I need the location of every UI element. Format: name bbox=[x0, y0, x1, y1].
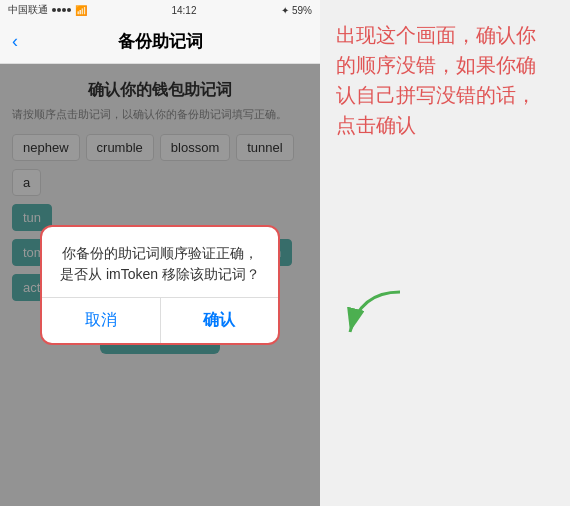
status-left: 中国联通 📶 bbox=[8, 3, 87, 17]
dialog-cancel-button[interactable]: 取消 bbox=[42, 298, 161, 343]
signal-dots bbox=[52, 8, 71, 12]
bluetooth-icon: ✦ bbox=[281, 5, 289, 16]
main-content: 确认你的钱包助记词 请按顺序点击助记词，以确认你的备份助记词填写正确。 neph… bbox=[0, 64, 320, 506]
annotation-text: 出现这个画面，确认你的顺序没错，如果你确认自己拼写没错的话，点击确认 bbox=[336, 20, 554, 140]
dialog-actions: 取消 确认 bbox=[42, 297, 278, 343]
status-right: ✦ 59% bbox=[281, 5, 312, 16]
confirm-dialog: 你备份的助记词顺序验证正确，是否从 imToken 移除该助记词？ 取消 确认 bbox=[40, 225, 280, 345]
dialog-confirm-button[interactable]: 确认 bbox=[161, 298, 279, 343]
dialog-body: 你备份的助记词顺序验证正确，是否从 imToken 移除该助记词？ bbox=[42, 227, 278, 297]
annotation-panel: 出现这个画面，确认你的顺序没错，如果你确认自己拼写没错的话，点击确认 bbox=[320, 0, 570, 506]
back-button[interactable]: ‹ bbox=[12, 31, 18, 52]
battery-label: 59% bbox=[292, 5, 312, 16]
nav-title: 备份助记词 bbox=[118, 30, 203, 53]
dialog-overlay: 你备份的助记词顺序验证正确，是否从 imToken 移除该助记词？ 取消 确认 bbox=[0, 64, 320, 506]
arrow-container bbox=[330, 282, 410, 346]
nav-bar: ‹ 备份助记词 bbox=[0, 20, 320, 64]
status-bar: 中国联通 📶 14:12 ✦ 59% bbox=[0, 0, 320, 20]
arrow-icon bbox=[330, 282, 410, 342]
phone-frame: 中国联通 📶 14:12 ✦ 59% ‹ 备份助记词 确认你的钱包助记词 请按顺… bbox=[0, 0, 320, 506]
clock: 14:12 bbox=[171, 5, 196, 16]
wifi-icon: 📶 bbox=[75, 5, 87, 16]
carrier-label: 中国联通 bbox=[8, 3, 48, 17]
